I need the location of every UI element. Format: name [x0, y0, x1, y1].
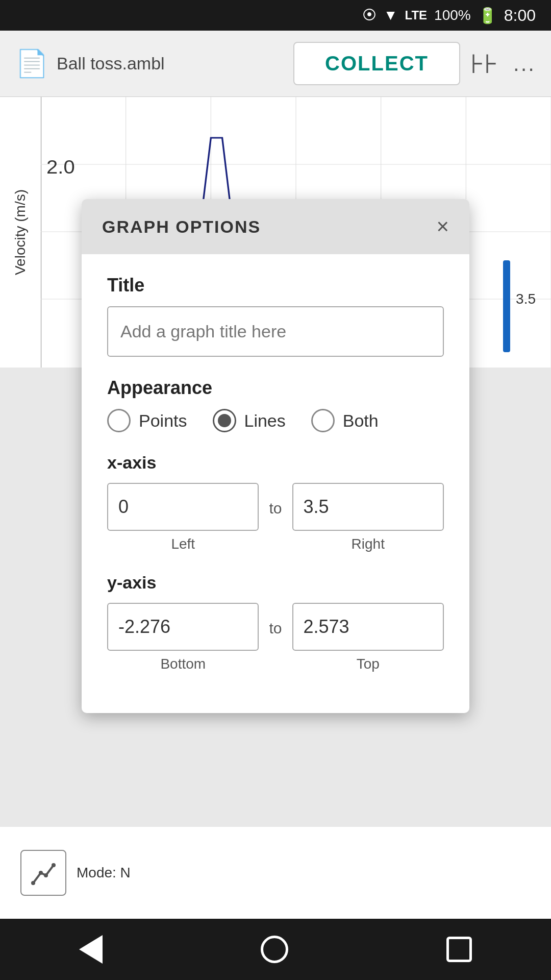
dialog-title: GRAPH OPTIONS — [102, 217, 261, 237]
y-axis-bottom-group: Bottom — [107, 603, 259, 672]
y-axis-bottom-label: Bottom — [107, 656, 259, 672]
home-icon — [261, 936, 288, 963]
svg-point-14 — [52, 863, 56, 867]
x-axis-row: Left to Right — [107, 483, 444, 552]
y-axis-top-label: Top — [292, 656, 444, 672]
dialog-close-button[interactable]: × — [436, 214, 449, 239]
radio-circle-both[interactable] — [311, 409, 335, 432]
x-axis-left-input[interactable] — [107, 483, 259, 531]
bottom-area: Mode: N — [0, 827, 551, 919]
status-icons: ⦿ ▼ LTE 100% 🔋 8:00 — [362, 6, 536, 25]
nav-recents-button[interactable] — [446, 937, 472, 962]
appearance-radio-group: Points Lines Both — [107, 409, 444, 432]
y-axis-bottom-input[interactable] — [107, 603, 259, 651]
radio-label-lines: Lines — [244, 411, 286, 431]
x-axis-left-group: Left — [107, 483, 259, 552]
svg-point-12 — [39, 871, 43, 875]
radio-circle-points[interactable] — [107, 409, 131, 432]
y-axis-section-title: y-axis — [107, 573, 444, 593]
title-section-label: Title — [107, 275, 444, 296]
file-info: 📄 Ball toss.ambl — [15, 48, 283, 79]
radio-label-points: Points — [139, 411, 187, 431]
recents-icon — [446, 937, 472, 962]
more-options-icon[interactable]: ... — [513, 52, 536, 76]
radio-both[interactable]: Both — [311, 409, 379, 432]
radio-circle-lines[interactable] — [213, 409, 236, 432]
x-axis-right-label: Right — [292, 536, 444, 552]
status-bar: ⦿ ▼ LTE 100% 🔋 8:00 — [0, 0, 551, 31]
lte-icon: LTE — [405, 8, 428, 22]
grid-view-icon[interactable]: ⊦⊦ — [470, 48, 498, 79]
toolbar: 📄 Ball toss.ambl COLLECT ⊦⊦ ... — [0, 31, 551, 97]
y-axis-section: y-axis Bottom to Top — [107, 573, 444, 672]
collect-button[interactable]: COLLECT — [293, 42, 460, 85]
battery-icon: 🔋 — [478, 7, 497, 24]
battery-percent: 100% — [434, 7, 471, 23]
radio-lines[interactable]: Lines — [213, 409, 286, 432]
back-icon — [79, 935, 103, 964]
y-axis-row: Bottom to Top — [107, 603, 444, 672]
x-axis-section: x-axis Left to Right — [107, 453, 444, 552]
bluetooth-icon: ⦿ — [362, 7, 377, 23]
wifi-icon: ▼ — [384, 7, 398, 23]
radio-label-both: Both — [343, 411, 379, 431]
time: 8:00 — [504, 6, 536, 25]
dialog-body: Title Appearance Points Lines B — [82, 254, 469, 713]
graph-options-dialog: GRAPH OPTIONS × Title Appearance Points … — [82, 199, 469, 713]
file-icon: 📄 — [15, 48, 48, 79]
chart-type-button[interactable] — [20, 850, 66, 896]
nav-home-button[interactable] — [261, 936, 288, 963]
x-axis-title: x-axis — [107, 453, 444, 473]
appearance-label: Appearance — [107, 377, 444, 399]
x-axis-right-group: Right — [292, 483, 444, 552]
y-axis-top-input[interactable] — [292, 603, 444, 651]
nav-back-button[interactable] — [79, 935, 103, 964]
mode-label: Mode: N — [77, 865, 131, 881]
svg-point-11 — [31, 881, 35, 885]
svg-point-13 — [44, 873, 48, 877]
toolbar-right: ⊦⊦ ... — [470, 48, 536, 79]
x-axis-to-label: to — [269, 500, 282, 517]
appearance-section: Appearance Points Lines Both — [107, 377, 444, 432]
radio-points[interactable]: Points — [107, 409, 187, 432]
y-axis-top-group: Top — [292, 603, 444, 672]
graph-title-input[interactable] — [107, 306, 444, 357]
x-axis-right-input[interactable] — [292, 483, 444, 531]
file-name: Ball toss.ambl — [57, 54, 165, 74]
x-axis-left-label: Left — [107, 536, 259, 552]
dialog-header: GRAPH OPTIONS × — [82, 199, 469, 254]
y-axis-to-label: to — [269, 620, 282, 637]
dialog-overlay: GRAPH OPTIONS × Title Appearance Points … — [0, 97, 551, 919]
nav-bar — [0, 919, 551, 980]
